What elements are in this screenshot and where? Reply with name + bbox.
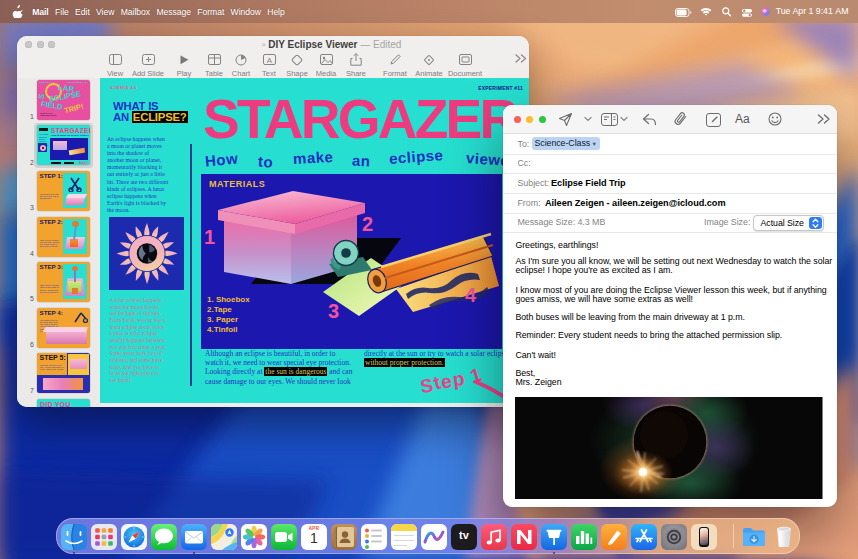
svg-text:A: A bbox=[266, 56, 272, 65]
